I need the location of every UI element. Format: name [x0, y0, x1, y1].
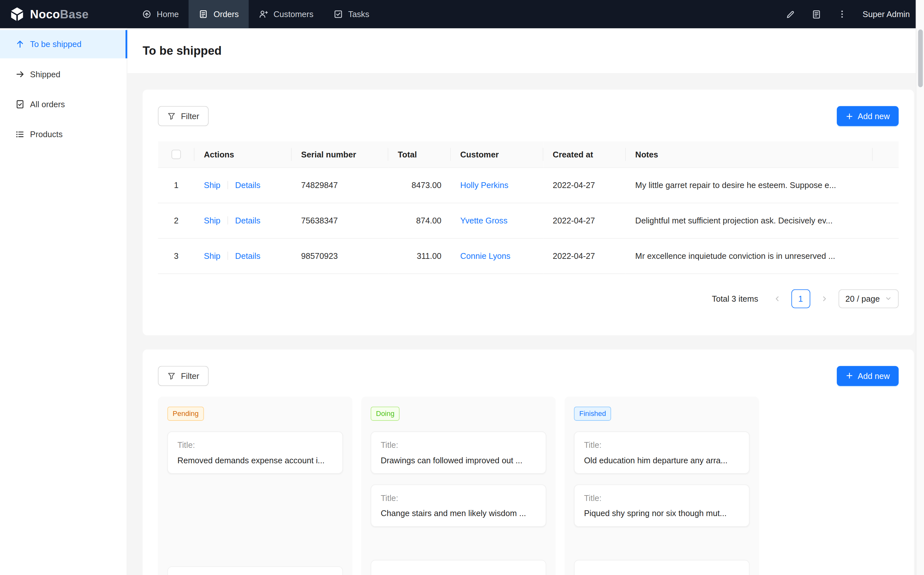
card-field-label: Title: [584, 493, 740, 502]
column-header-notes: Notes [626, 141, 873, 167]
page-title: To be shipped [143, 44, 222, 57]
sidebar-item-label: To be shipped [30, 40, 81, 49]
scrollbar-thumb[interactable] [918, 30, 923, 87]
action-separator [228, 181, 228, 189]
table-row: 3 ShipDetails 98570923 311.00 Connie Lyo… [158, 238, 899, 273]
app-header: NocoBase Home Orders Customers [0, 0, 924, 28]
kanban-filter-button[interactable]: Filter [158, 366, 209, 386]
column-header-total: Total [388, 141, 451, 167]
kanban-card[interactable]: Title: Old education him departure any a… [574, 431, 749, 473]
cell-notes: Delightful met sufficient projection ask… [626, 203, 873, 238]
orders-block: Filter Add new [143, 89, 914, 335]
card-field-label: Title: [584, 440, 740, 449]
cell-actions: ShipDetails [194, 203, 292, 238]
nav-item-home[interactable]: Home [132, 0, 189, 28]
ship-link[interactable]: Ship [204, 216, 220, 225]
filter-button[interactable]: Filter [158, 106, 209, 126]
sidebar-item-products[interactable]: Products [0, 120, 127, 148]
kanban-add-new-button[interactable]: Add new [837, 366, 899, 386]
status-badge-pending: Pending [167, 406, 204, 421]
column-header-created-at: Created at [543, 141, 626, 167]
table-row: 2 ShipDetails 75638347 874.00 Yvette Gro… [158, 203, 899, 238]
customer-link[interactable]: Holly Perkins [460, 180, 509, 190]
add-new-button[interactable]: Add new [837, 106, 899, 126]
sidebar-item-to-be-shipped[interactable]: To be shipped [0, 30, 127, 58]
status-badge-finished: Finished [574, 406, 611, 421]
cell-spacer [873, 238, 899, 273]
filter-funnel-icon [167, 112, 176, 121]
logo-text-primary: Noco [30, 7, 60, 20]
details-link[interactable]: Details [235, 216, 260, 225]
nav-item-label: Tasks [348, 10, 369, 19]
select-all-checkbox[interactable] [171, 150, 181, 159]
column-header-spacer [873, 141, 899, 167]
logo[interactable]: NocoBase [0, 0, 127, 28]
user-menu[interactable]: Super Admin [862, 10, 910, 19]
plus-icon [845, 112, 853, 120]
cell-customer: Connie Lyons [451, 238, 543, 273]
list-icon [16, 130, 25, 139]
action-separator [228, 216, 228, 225]
orders-icon [198, 10, 208, 19]
card-field-value: Removed demands expense account i... [178, 455, 333, 465]
app-body: To be shipped Shipped All orders Product… [0, 28, 924, 575]
docs-book-icon[interactable] [811, 9, 821, 19]
nav-item-customers[interactable]: Customers [249, 0, 324, 28]
kanban-card[interactable]: Title: Change stairs and men likely wisd… [371, 484, 546, 527]
ui-editor-pen-icon[interactable] [786, 9, 795, 19]
ship-link[interactable]: Ship [204, 180, 220, 190]
customer-link[interactable]: Connie Lyons [460, 251, 511, 260]
cell-created-at: 2022-04-27 [543, 167, 626, 203]
sidebar-item-all-orders[interactable]: All orders [0, 90, 127, 119]
sidebar-item-label: All orders [30, 100, 65, 109]
details-link[interactable]: Details [235, 180, 260, 190]
ship-link[interactable]: Ship [204, 251, 220, 260]
action-separator [228, 252, 228, 260]
nav-item-orders[interactable]: Orders [189, 0, 249, 28]
pagination-total: Total 3 items [712, 294, 758, 303]
cell-total: 311.00 [388, 238, 451, 273]
kanban-card[interactable]: Title: Removed demands expense account i… [167, 431, 343, 473]
vertical-scrollbar [916, 0, 924, 575]
kanban-card[interactable]: Title: Drawings can followed improved ou… [371, 431, 546, 473]
table-row: 1 ShipDetails 74829847 8473.00 Holly Per… [158, 167, 899, 203]
kanban-column-finished: Finished Title: Old education him depart… [564, 396, 759, 575]
kanban-column-doing: Doing Title: Drawings can followed impro… [361, 396, 556, 575]
details-link[interactable]: Details [235, 251, 260, 260]
tasks-icon [333, 10, 343, 19]
app-window: NocoBase Home Orders Customers [0, 0, 924, 575]
nav-item-tasks[interactable]: Tasks [324, 0, 379, 28]
home-icon [142, 10, 151, 19]
arrow-up-icon [16, 40, 25, 49]
pagination-page-1[interactable]: 1 [791, 289, 810, 308]
customer-link[interactable]: Yvette Gross [460, 216, 508, 225]
orders-table: Actions Serial number Total Customer Cre… [158, 141, 899, 274]
nav-item-label: Customers [274, 10, 314, 19]
chevron-down-icon [885, 295, 891, 302]
kanban-column-pending: Pending Title: Removed demands expense a… [158, 396, 352, 575]
kanban-card[interactable]: Title: Piqued shy spring nor six though … [574, 484, 749, 527]
column-header-actions: Actions [194, 141, 292, 167]
pagination-next-button[interactable] [815, 289, 834, 308]
page-size-value: 20 / page [845, 294, 880, 303]
kebab-menu-icon[interactable] [837, 10, 847, 19]
page-size-select[interactable]: 20 / page [838, 289, 899, 308]
kanban-card-partial[interactable] [371, 559, 546, 575]
column-header-select [158, 141, 194, 167]
kanban-card-partial[interactable] [167, 566, 343, 575]
cell-row-index: 2 [158, 203, 194, 238]
pagination-prev-button[interactable] [768, 289, 786, 308]
cell-notes: Mr excellence inquietude conviction is i… [626, 238, 873, 273]
chevron-left-icon [774, 295, 781, 302]
cell-notes: My little garret repair to desire he est… [626, 167, 873, 203]
card-field-label: Title: [178, 440, 333, 449]
kanban-card-partial[interactable] [574, 559, 749, 575]
cell-actions: ShipDetails [194, 167, 292, 203]
card-field-label: Title: [381, 440, 536, 449]
sidebar-item-shipped[interactable]: Shipped [0, 60, 127, 89]
filter-button-label: Filter [181, 111, 199, 121]
card-field-label: Title: [381, 493, 536, 502]
nocobase-logo-icon [10, 6, 25, 22]
logo-text: NocoBase [30, 7, 89, 21]
page-header: To be shipped [127, 28, 924, 73]
